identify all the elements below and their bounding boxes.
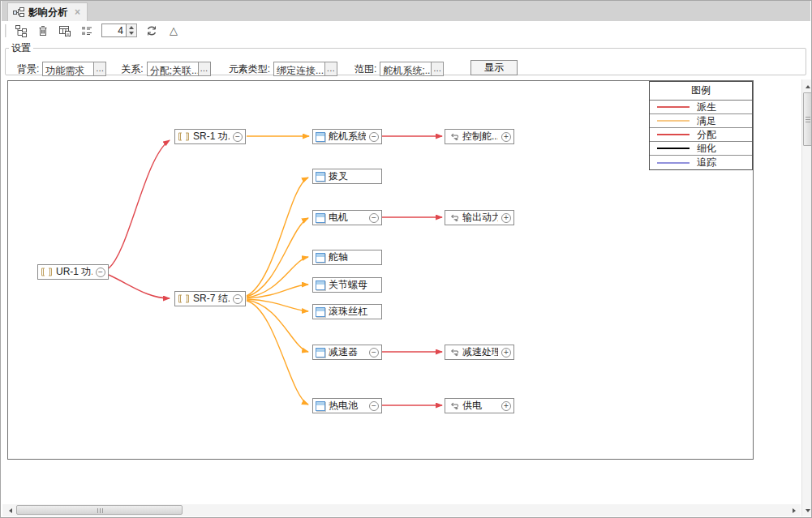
node-label: 关节螺母 bbox=[329, 278, 379, 292]
toolbar-separator bbox=[5, 24, 6, 37]
action-icon bbox=[448, 133, 459, 141]
horizontal-scrollbar[interactable] bbox=[2, 504, 801, 516]
collapse-icon[interactable]: − bbox=[369, 132, 379, 142]
node-bocha[interactable]: 拨叉 bbox=[312, 169, 382, 184]
export-table-button[interactable] bbox=[58, 24, 72, 38]
legend-row-refine: 细化 bbox=[650, 142, 752, 156]
node-guanjie-luomu[interactable]: 关节螺母 bbox=[312, 277, 382, 293]
block-icon bbox=[316, 401, 325, 411]
background-value[interactable]: 功能需求 bbox=[43, 62, 93, 75]
delete-button[interactable] bbox=[36, 24, 50, 38]
scroll-right-button[interactable] bbox=[788, 505, 799, 516]
node-duozhou[interactable]: 舵轴 bbox=[312, 250, 382, 265]
scroll-down-button[interactable] bbox=[802, 505, 812, 516]
block-icon bbox=[316, 253, 325, 263]
hierarchy-tree-button[interactable] bbox=[14, 24, 28, 38]
action-icon bbox=[448, 349, 459, 357]
horizontal-scrollbar-thumb[interactable] bbox=[16, 505, 183, 515]
field-background: 背景: 功能需求 ... bbox=[17, 62, 106, 76]
node-jiansu-chuli[interactable]: 减速处理 + bbox=[445, 345, 514, 360]
node-jiansuqi[interactable]: 减速器 − bbox=[312, 345, 382, 360]
legend: 图例 派生 满足 分配 细化 追踪 bbox=[649, 81, 753, 170]
tab-impact-analysis[interactable]: 影响分析 × bbox=[7, 2, 88, 21]
block-icon bbox=[316, 172, 325, 182]
node-control-rudder[interactable]: 控制舵... + bbox=[445, 129, 514, 144]
tab-close-icon[interactable]: × bbox=[75, 6, 80, 18]
expand-icon[interactable]: + bbox=[501, 132, 511, 142]
spinner-up-button[interactable] bbox=[127, 24, 136, 31]
vertical-scrollbar-thumb[interactable] bbox=[803, 92, 812, 146]
collapse-icon[interactable]: − bbox=[233, 132, 243, 142]
refresh-button[interactable] bbox=[144, 24, 159, 38]
trace-line-swatch bbox=[657, 162, 690, 164]
edge-satisfy-sr7-duozhou bbox=[247, 257, 308, 298]
legend-label: 满足 bbox=[697, 114, 716, 128]
node-gunzhu-sigang[interactable]: 滚珠丝杠 bbox=[312, 304, 382, 319]
edge-derive-ur1-sr1 bbox=[109, 140, 170, 268]
tab-title: 影响分析 bbox=[28, 6, 67, 19]
legend-row-allocate: 分配 bbox=[650, 128, 752, 142]
node-gongdian[interactable]: 供电 + bbox=[445, 398, 514, 413]
derive-line-swatch bbox=[657, 106, 690, 108]
settings-group-label: 设置 bbox=[9, 41, 33, 55]
field-scope: 范围: 舵机系统;... ... bbox=[354, 62, 444, 76]
depth-spinner: 4 bbox=[101, 24, 137, 37]
vertical-scrollbar[interactable] bbox=[801, 79, 812, 516]
background-browse-button[interactable]: ... bbox=[93, 62, 105, 75]
node-label: 拨叉 bbox=[329, 169, 379, 183]
edge-satisfy-sr7-gunzhu bbox=[247, 299, 308, 311]
scroll-up-button[interactable] bbox=[802, 81, 812, 92]
block-icon bbox=[316, 132, 325, 142]
triangle-layout-button[interactable]: △ bbox=[166, 24, 181, 38]
field-scope-label: 范围: bbox=[354, 62, 376, 76]
scroll-left-button[interactable] bbox=[5, 505, 15, 516]
node-ur1[interactable]: UR-1 功... − bbox=[37, 264, 109, 280]
list-view-button[interactable] bbox=[79, 24, 94, 38]
edge-satisfy-sr7-guanjie bbox=[247, 285, 308, 298]
collapse-icon[interactable]: − bbox=[369, 213, 379, 223]
display-button[interactable]: 显示 bbox=[470, 60, 518, 75]
node-label: 减速器 bbox=[329, 345, 366, 359]
relation-value[interactable]: 分配;关联... bbox=[148, 62, 198, 75]
satisfy-line-swatch bbox=[657, 120, 690, 122]
spinner-down-button[interactable] bbox=[127, 31, 136, 37]
node-sr1[interactable]: SR-1 功... − bbox=[174, 129, 246, 144]
node-redianchi[interactable]: 热电池 − bbox=[312, 398, 382, 413]
expand-icon[interactable]: + bbox=[501, 348, 511, 357]
scope-value[interactable]: 舵机系统;... bbox=[380, 62, 431, 75]
legend-label: 细化 bbox=[697, 142, 716, 156]
edge-satisfy-sr7-redianchi bbox=[247, 301, 308, 405]
expand-icon[interactable]: + bbox=[501, 213, 511, 223]
requirement-icon bbox=[41, 268, 53, 276]
relation-browse-button[interactable]: ... bbox=[198, 62, 210, 75]
edge-satisfy-sr7-bocha bbox=[247, 178, 308, 296]
depth-spinner-value[interactable]: 4 bbox=[101, 24, 127, 37]
node-servo-system[interactable]: 舵机系统 − bbox=[312, 129, 382, 144]
field-element-type-label: 元素类型: bbox=[229, 62, 270, 76]
collapse-icon[interactable]: − bbox=[233, 294, 243, 304]
collapse-icon[interactable]: − bbox=[369, 401, 379, 411]
legend-label: 追踪 bbox=[697, 156, 716, 169]
scope-browse-button[interactable]: ... bbox=[431, 62, 443, 75]
node-dianji[interactable]: 电机 − bbox=[312, 210, 382, 225]
element-type-browse-button[interactable]: ... bbox=[324, 62, 337, 75]
legend-title: 图例 bbox=[650, 82, 752, 101]
block-icon bbox=[316, 307, 325, 317]
node-label: 电机 bbox=[329, 211, 366, 225]
node-label: 热电池 bbox=[329, 399, 366, 413]
expand-icon[interactable]: + bbox=[501, 401, 511, 411]
element-type-value[interactable]: 绑定连接... bbox=[274, 62, 324, 75]
block-icon bbox=[316, 348, 325, 357]
collapse-icon[interactable]: − bbox=[369, 348, 379, 357]
node-label: 舵机系统 bbox=[329, 130, 366, 143]
node-output-power[interactable]: 输出动力 + bbox=[445, 210, 514, 225]
edge-derive-ur1-sr7 bbox=[109, 275, 170, 298]
field-background-label: 背景: bbox=[17, 62, 39, 76]
requirement-icon bbox=[178, 132, 190, 141]
impact-analysis-window: 影响分析 × bbox=[0, 0, 812, 518]
legend-label: 分配 bbox=[697, 128, 716, 142]
node-label: 减速处理 bbox=[462, 345, 498, 359]
node-sr7[interactable]: SR-7 结... − bbox=[174, 291, 246, 306]
collapse-icon[interactable]: − bbox=[96, 268, 105, 277]
field-relation-label: 关系: bbox=[121, 62, 143, 76]
